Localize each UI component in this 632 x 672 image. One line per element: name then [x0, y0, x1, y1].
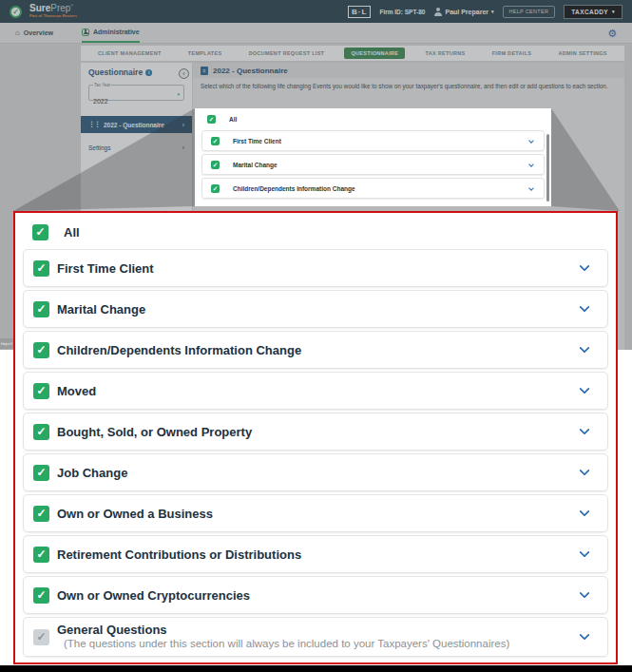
scrollbar-thumb[interactable]	[546, 134, 549, 202]
preview-event-label: Children/Dependents Information Change	[233, 185, 355, 192]
checkbox-checked-icon[interactable]: ✓	[211, 161, 220, 169]
event-row-moved[interactable]: ✓Moved	[23, 372, 608, 410]
event-sublabel: (The questions under this section will a…	[64, 638, 509, 650]
zoom-callout-box: ✓All✓First Time Client✓Marital Change✓Ch…	[13, 211, 618, 664]
preview-event-label: All	[229, 116, 237, 123]
event-label: Marital Change	[57, 302, 145, 317]
status-url-tooltip: https://	[0, 338, 13, 349]
event-label: Job Change	[57, 466, 127, 480]
event-label: Moved	[57, 384, 96, 398]
event-row-first-time-client[interactable]: ✓First Time Client	[23, 249, 608, 287]
preview-event-row-children-dependents-information-change[interactable]: ✓Children/Dependents Information Change	[201, 178, 545, 199]
chevron-down-icon[interactable]	[528, 185, 534, 191]
event-label: First Time Client	[57, 261, 154, 276]
checkbox-checked-icon[interactable]: ✓	[33, 383, 49, 399]
checkbox-checked-icon[interactable]: ✓	[33, 301, 49, 317]
event-label: All	[64, 225, 80, 240]
source-rows: ✓All✓First Time Client✓Marital Change✓Ch…	[201, 111, 545, 199]
event-row-job-change[interactable]: ✓Job Change	[23, 453, 608, 491]
preview-event-label: First Time Client	[233, 138, 281, 144]
checkbox-checked-icon[interactable]: ✓	[33, 465, 49, 481]
event-row-marital-change[interactable]: ✓Marital Change	[23, 290, 608, 328]
event-row-children-dependents-information-change[interactable]: ✓Children/Dependents Information Change	[23, 331, 608, 369]
event-row-general-questions[interactable]: ✓General Questions(The questions under t…	[23, 617, 608, 657]
checkbox-checked-icon[interactable]: ✓	[211, 137, 220, 145]
event-row-retirement-contributions-or-distributions[interactable]: ✓Retirement Contributions or Distributio…	[23, 535, 608, 573]
chevron-down-icon[interactable]	[579, 587, 589, 598]
checkbox-checked-icon[interactable]: ✓	[33, 547, 49, 563]
event-label: Children/Dependents Information Change	[57, 343, 301, 357]
checkbox-checked-icon[interactable]: ✓	[33, 342, 49, 358]
checkbox-checked-disabled-icon: ✓	[33, 629, 49, 645]
event-row-own-or-owned-a-business[interactable]: ✓Own or Owned a Business	[23, 494, 608, 532]
chevron-down-icon[interactable]	[528, 138, 534, 144]
chevron-down-icon[interactable]	[579, 260, 589, 271]
chevron-down-icon[interactable]	[579, 301, 589, 312]
checkbox-checked-icon[interactable]: ✓	[33, 506, 49, 522]
checkbox-checked-icon[interactable]: ✓	[33, 424, 49, 440]
screenshot-root: ✓ SurePrep® Part of Thomson Reuters B·L …	[0, 0, 632, 672]
bottom-black-bar	[0, 665, 632, 672]
preview-event-row-first-time-client[interactable]: ✓First Time Client	[201, 130, 545, 151]
checkbox-checked-icon[interactable]: ✓	[207, 115, 216, 124]
source-event-list: ✓All✓First Time Client✓Marital Change✓Ch…	[195, 108, 551, 206]
preview-event-row-all[interactable]: ✓All	[201, 111, 545, 127]
event-label: Own or Owned a Business	[57, 507, 213, 521]
chevron-down-icon[interactable]	[579, 424, 589, 434]
checkbox-checked-icon[interactable]: ✓	[32, 224, 48, 240]
checkbox-checked-icon[interactable]: ✓	[33, 587, 49, 604]
chevron-down-icon[interactable]	[579, 465, 589, 475]
chevron-down-icon[interactable]	[579, 342, 589, 353]
chevron-down-icon[interactable]	[579, 383, 589, 394]
chevron-down-icon[interactable]	[579, 629, 589, 640]
event-label: General Questions	[57, 624, 509, 638]
event-text-column: General Questions(The questions under th…	[57, 624, 509, 650]
chevron-down-icon[interactable]	[579, 506, 589, 516]
event-row-all[interactable]: ✓All	[23, 218, 608, 246]
event-label: Retirement Contributions or Distribution…	[57, 547, 301, 562]
chevron-down-icon[interactable]	[528, 162, 534, 167]
preview-event-label: Marital Change	[233, 162, 278, 168]
event-label: Bought, Sold, or Owned Property	[57, 425, 252, 439]
event-row-own-or-owned-cryptocurrencies[interactable]: ✓Own or Owned Cryptocurrencies	[23, 576, 608, 614]
event-label: Own or Owned Cryptocurrencies	[57, 588, 250, 603]
chevron-down-icon[interactable]	[579, 547, 589, 557]
checkbox-checked-icon[interactable]: ✓	[211, 184, 220, 193]
event-row-bought-sold-or-owned-property[interactable]: ✓Bought, Sold, or Owned Property	[23, 413, 608, 451]
preview-event-row-marital-change[interactable]: ✓Marital Change	[201, 154, 545, 175]
checkbox-checked-icon[interactable]: ✓	[33, 260, 49, 277]
